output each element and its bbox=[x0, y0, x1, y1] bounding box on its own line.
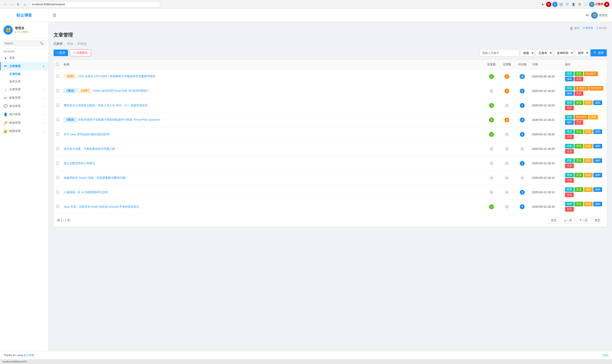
add-article-button[interactable]: + 新增 bbox=[54, 50, 68, 56]
sidebar-item-tag-mgmt[interactable]: 🏷 标签管理 › bbox=[0, 94, 48, 102]
hamburger-icon[interactable]: ☰ bbox=[53, 13, 56, 18]
account-icon[interactable]: 👤 bbox=[571, 2, 576, 7]
field-select[interactable]: 标题 内容 作者 bbox=[520, 49, 534, 56]
action-查看-button[interactable]: 查看 bbox=[565, 158, 574, 163]
action-编辑-button[interactable]: 编辑 bbox=[565, 77, 574, 81]
reload-button[interactable]: ↻ bbox=[16, 2, 21, 7]
article-title-link[interactable]: 人脸搜索，在 AI 的阴暗面肆无忌惮 bbox=[64, 191, 108, 194]
action-取消置顶-button[interactable]: 取消置顶 bbox=[574, 115, 588, 119]
action-丢弃-button[interactable]: 丢弃 bbox=[565, 164, 574, 168]
prev-page-button[interactable]: 上一页 bbox=[561, 217, 575, 224]
action-查看-button[interactable]: 查看 bbox=[565, 173, 574, 177]
search-button[interactable]: 🔍 搜索 bbox=[590, 49, 607, 56]
action-取消推荐-button[interactable]: 取消推荐 bbox=[584, 71, 598, 76]
article-title-link[interactable]: 谷歌开源用于训练量子模型的机器学习框架 TensorFlow Quantum bbox=[78, 118, 160, 121]
batch-delete-button[interactable]: ✕ 批量删除 bbox=[70, 49, 91, 56]
action-取消置顶-button[interactable]: 取消置顶 bbox=[574, 86, 588, 91]
action-编辑-button[interactable]: 编辑 bbox=[593, 144, 602, 148]
action-查看-button[interactable]: 查看 bbox=[565, 144, 574, 148]
action-编辑-button[interactable]: 编辑 bbox=[593, 129, 602, 134]
sidebar-sub-article-list[interactable]: 文章列表 bbox=[0, 70, 48, 78]
action-查看-button[interactable]: 查看 bbox=[565, 129, 574, 134]
action-查看-button[interactable]: 查看 bbox=[565, 86, 574, 91]
forward-button[interactable]: → bbox=[9, 2, 14, 7]
row-checkbox[interactable] bbox=[56, 104, 59, 106]
tab-draft[interactable]: 草稿 bbox=[67, 42, 73, 46]
action-编辑-button[interactable]: 编辑 bbox=[565, 91, 574, 96]
filter-icon[interactable]: ☰ bbox=[577, 2, 582, 7]
opera-icon[interactable]: O bbox=[546, 2, 551, 7]
action-推荐-button[interactable]: 推荐 bbox=[589, 115, 598, 119]
sidebar-item-role-mgmt[interactable]: 🔑 角色管理 › bbox=[0, 119, 48, 127]
action-置顶-button[interactable]: 置顶 bbox=[574, 100, 583, 105]
action-丢弃-button[interactable]: 丢弃 bbox=[574, 120, 583, 125]
action-丢弃-button[interactable]: 丢弃 bbox=[574, 91, 583, 96]
tab-trash[interactable]: 回收站 bbox=[78, 42, 87, 46]
action-丢弃-button[interactable]: 丢弃 bbox=[565, 207, 574, 212]
select-all-checkbox[interactable] bbox=[56, 63, 59, 65]
last-page-button[interactable]: 尾页 bbox=[592, 217, 603, 224]
action-编辑-button[interactable]: 编辑 bbox=[593, 158, 602, 163]
action-丢弃-button[interactable]: 丢弃 bbox=[565, 193, 574, 197]
action-查看-button[interactable]: 查看 bbox=[565, 187, 574, 192]
action-推荐-button[interactable]: 推荐 bbox=[584, 187, 593, 192]
next-page-button[interactable]: 下一页 bbox=[576, 217, 590, 224]
action-丢弃-button[interactable]: 丢弃 bbox=[565, 135, 574, 139]
action-查看-button[interactable]: 查看 bbox=[565, 71, 574, 76]
article-title-link[interactable]: 高并发大流量，大麦抢票的技术涅槃之路 bbox=[64, 147, 115, 150]
action-编辑-button[interactable]: 编辑 bbox=[593, 100, 602, 105]
keyword-input[interactable] bbox=[480, 49, 519, 56]
action-置顶-button[interactable]: 置顶 bbox=[574, 144, 583, 148]
action-丢弃-button[interactable]: 丢弃 bbox=[565, 106, 574, 110]
order-select[interactable]: 倒序 正序 bbox=[575, 49, 589, 56]
action-查看-button[interactable]: 查看 bbox=[565, 115, 574, 119]
article-title-link[interactable]: 腾讯首次公布研发大数据：研发人员占比 66%，C++ 是最常用语言 bbox=[64, 104, 148, 107]
row-checkbox[interactable] bbox=[56, 133, 59, 135]
row-checkbox[interactable] bbox=[56, 147, 59, 150]
status-select[interactable]: 已发布 草稿 回收站 bbox=[536, 49, 553, 56]
action-编辑-button[interactable]: 编辑 bbox=[565, 120, 574, 125]
top-user[interactable]: 🐱 管理员 bbox=[591, 12, 608, 19]
action-编辑-button[interactable]: 编辑 bbox=[593, 173, 602, 177]
action-置顶-button[interactable]: 置顶 bbox=[574, 129, 583, 134]
sidebar-item-category-mgmt[interactable]: ○ 分类管理 › bbox=[0, 85, 48, 94]
action-丢弃-button[interactable]: 丢弃 bbox=[565, 149, 574, 154]
action-编辑-button[interactable]: 编辑 bbox=[593, 187, 602, 192]
action-丢弃-button[interactable]: 丢弃 bbox=[565, 178, 574, 183]
sidebar-sub-publish-article[interactable]: 发布文章 bbox=[0, 78, 48, 85]
action-取消推荐-button[interactable]: 取消推荐 bbox=[589, 86, 603, 91]
action-编辑-button[interactable]: 编辑 bbox=[593, 202, 602, 206]
search-input[interactable] bbox=[5, 42, 39, 45]
row-checkbox[interactable] bbox=[56, 162, 59, 164]
row-checkbox[interactable] bbox=[56, 205, 59, 208]
action-查看-button[interactable]: 查看 bbox=[565, 100, 574, 105]
address-bar[interactable]: localhost:8080/admin/post bbox=[29, 1, 161, 7]
row-checkbox[interactable] bbox=[56, 75, 59, 78]
action-推荐-button[interactable]: 推荐 bbox=[584, 158, 593, 163]
tab-published[interactable]: 已发布 bbox=[54, 42, 63, 46]
action-推荐-button[interactable]: 推荐 bbox=[584, 202, 593, 206]
action-置顶-button[interactable]: 置顶 bbox=[574, 173, 583, 177]
time-select[interactable]: 发布时间 更新时间 bbox=[554, 49, 574, 56]
article-title-link[interactable]: 金融系统去 Oracle 实践，到底需要解决哪些问题? bbox=[64, 176, 127, 179]
action-置顶-button[interactable]: 置顶 bbox=[574, 158, 583, 163]
breadcrumb-home[interactable]: 首页 bbox=[574, 26, 580, 30]
article-title-link[interactable]: 关于 Java 序列化的问题你真的会吗? bbox=[64, 133, 110, 136]
user-profile-link[interactable]: ● 个人资料 bbox=[15, 30, 28, 34]
sidebar-item-perm-mgmt[interactable]: 🔐 权限管理 › bbox=[0, 127, 48, 135]
action-推荐-button[interactable]: 推荐 bbox=[584, 173, 593, 177]
sidebar-item-user-mgmt[interactable]: 👤 用户管理 › bbox=[0, 110, 48, 119]
row-checkbox[interactable] bbox=[56, 191, 59, 193]
action-推荐-button[interactable]: 推荐 bbox=[584, 129, 593, 134]
article-title-link[interactable]: CPU 运算比 GPU 还快？美国莱斯大学最新研究克服硬件障碍 bbox=[78, 75, 155, 78]
article-title-link[interactable]: Java 失宠，谷歌宣布 Kotlin 现在是 Android 开发的首选语言 bbox=[64, 205, 139, 208]
first-page-button[interactable]: 首页 bbox=[548, 217, 559, 224]
shield-icon[interactable]: 🛡 bbox=[565, 2, 570, 7]
row-checkbox[interactable] bbox=[56, 176, 59, 179]
star-icon[interactable]: ★ bbox=[540, 2, 545, 7]
home-button[interactable]: ⌂ bbox=[22, 2, 27, 7]
ext-icon[interactable]: [1] bbox=[558, 2, 564, 7]
article-title-link[interactable]: Twitter 如何应用 Druid 分析 ZB 级实时数据？ bbox=[93, 89, 150, 92]
sync-icon[interactable]: ⇅ bbox=[552, 2, 558, 7]
download-icon[interactable]: ↓ bbox=[583, 2, 588, 7]
